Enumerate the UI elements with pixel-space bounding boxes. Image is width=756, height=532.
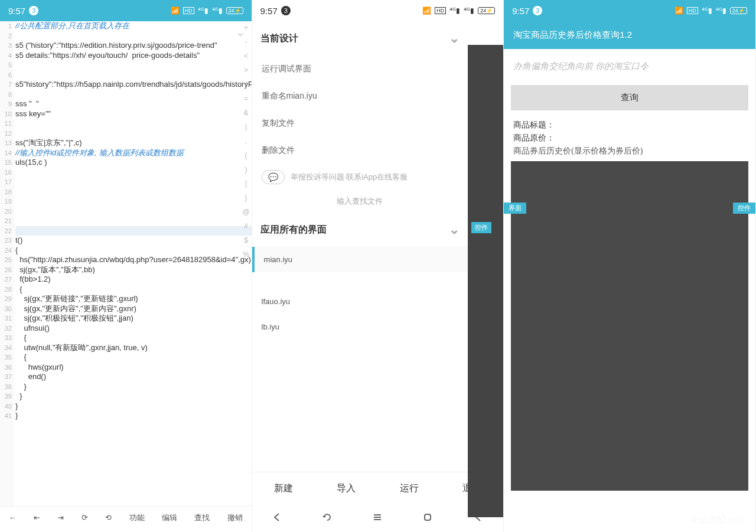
status-bar: 9:573 📶 HD ⁴ᴳ▮ ⁴ᴳ▮ 24⚡ — [0, 0, 252, 21]
sym-=[interactable]: = — [244, 94, 248, 103]
product-price-label: 商品原价： — [511, 132, 748, 145]
chevron-down-icon: ⌄ — [449, 31, 460, 46]
notif-badge: 3 — [533, 6, 542, 15]
back-icon[interactable] — [271, 511, 283, 526]
svg-rect-0 — [425, 514, 431, 520]
code-editor-phone: 9:573 📶 HD ⁴ᴳ▮ ⁴ᴳ▮ 24⚡ ⌄ 123456789101112… — [0, 0, 252, 532]
sym-#[interactable]: # — [244, 222, 248, 230]
query-button[interactable]: 查询 — [511, 85, 748, 110]
hd-icon: HD — [687, 7, 698, 14]
battery-icon: 24⚡ — [478, 7, 495, 14]
notif-badge: 3 — [29, 6, 38, 15]
tool-撤销[interactable]: 撤销 — [227, 513, 243, 523]
sym-([interactable]: ( — [245, 151, 247, 159]
app-title: 淘宝商品历史券后价格查询1.2 — [504, 21, 755, 49]
status-icons: 📶 HD ⁴ᴳ▮ ⁴ᴳ▮ 24⚡ — [422, 6, 495, 15]
sym-,[interactable]: , — [245, 137, 247, 145]
code-editor[interactable]: 1234567891011121314151617181920212223242… — [0, 21, 252, 506]
file-item[interactable]: lfauo.iyu — [252, 289, 468, 314]
tool-⟳[interactable]: ⟳ — [82, 513, 88, 522]
status-icons: 📶 HD ⁴ᴳ▮ ⁴ᴳ▮ 24⚡ — [674, 6, 747, 15]
wifi-icon: 📶 — [674, 6, 683, 15]
refresh-icon[interactable] — [321, 511, 333, 526]
tool-查找[interactable]: 查找 — [194, 513, 210, 523]
sym-/[interactable]: / — [245, 80, 247, 89]
current-design-header[interactable]: 当前设计 ⌄ — [252, 21, 468, 56]
menu-item[interactable]: 复制文件 — [252, 110, 468, 137]
signal2-icon: ⁴ᴳ▮ — [212, 6, 223, 15]
sym-{[interactable]: { — [245, 179, 247, 188]
sym-)[interactable]: ) — [245, 165, 247, 174]
editor-toolbar: ←⇤⇥⟳⟲功能编辑查找撤销 — [0, 506, 252, 528]
side-tab-ui[interactable]: 界面 — [504, 203, 526, 214]
sym-}[interactable]: } — [245, 194, 247, 202]
tool-编辑[interactable]: 编辑 — [162, 513, 177, 523]
action-新建[interactable]: 新建 — [274, 482, 293, 495]
clock: 9:57 — [512, 6, 529, 16]
search-files[interactable]: 输入查找文件 — [252, 190, 468, 213]
wifi-icon: 📶 — [422, 6, 431, 15]
tool-功能[interactable]: 功能 — [129, 513, 145, 523]
status-icons: 📶 HD ⁴ᴳ▮ ⁴ᴳ▮ 24⚡ — [171, 6, 243, 15]
status-bar: 9:573 📶 HD ⁴ᴳ▮ ⁴ᴳ▮ 24⚡ — [504, 0, 755, 21]
side-tag-widget[interactable]: 控件 — [471, 222, 491, 233]
action-运行[interactable]: 运行 — [400, 482, 419, 495]
status-bar: 9:573 📶 HD ⁴ᴳ▮ ⁴ᴳ▮ 24⚡ — [252, 0, 504, 21]
app-preview-phone: 9:573 📶 HD ⁴ᴳ▮ ⁴ᴳ▮ 24⚡ 淘宝商品历史券后价格查询1.2 办… — [504, 0, 756, 532]
history-chart-area: 界面 控件 — [511, 161, 748, 491]
clock: 9:57 — [8, 6, 25, 16]
signal2-icon: ⁴ᴳ▮ — [716, 6, 726, 15]
sym-$[interactable]: $ — [244, 236, 248, 244]
signal-icon: ⁴ᴳ▮ — [198, 6, 208, 15]
file-item[interactable]: lb.iyu — [252, 314, 468, 340]
file-item[interactable]: mian.iyu — [252, 247, 468, 272]
menu-item[interactable]: 运行调试界面 — [252, 56, 468, 83]
signal2-icon: ⁴ᴳ▮ — [464, 6, 474, 15]
line-gutter: 1234567891011121314151617181920212223242… — [0, 21, 14, 506]
hd-icon: HD — [183, 7, 194, 14]
tool-←[interactable]: ← — [9, 513, 17, 522]
tool-⟲[interactable]: ⟲ — [105, 513, 112, 522]
hd-icon: HD — [435, 7, 446, 14]
notif-badge: 3 — [281, 6, 291, 15]
sym-+[interactable]: + — [244, 24, 248, 32]
watermark: asp300.net — [691, 514, 744, 526]
symbol-strip[interactable]: +-<>/=&|,(){}@#$% — [242, 24, 250, 259]
tool-⇤[interactable]: ⇤ — [34, 513, 40, 522]
token-input[interactable]: 办角偏角交纪角向前 你的淘宝口令 — [511, 56, 748, 77]
report-row[interactable]: 💬 举报投诉等问题·联系iApp在线客服 — [252, 164, 468, 190]
file-item[interactable] — [252, 272, 468, 289]
chat-icon: 💬 — [262, 170, 285, 184]
sym->[interactable]: > — [244, 66, 248, 74]
menu-item[interactable]: 删除文件 — [252, 137, 468, 164]
signal-icon: ⁴ᴳ▮ — [449, 6, 460, 15]
menu-icon[interactable] — [372, 511, 383, 526]
bottom-actions: 新建导入运行退出 — [252, 472, 504, 505]
battery-icon: 24⚡ — [226, 7, 243, 14]
sym-%[interactable]: % — [243, 250, 249, 259]
menu-item[interactable]: 重命名mian.iyu — [252, 83, 468, 110]
nav-bar — [252, 505, 504, 532]
all-ui-header[interactable]: 应用所有的界面 ⌄ — [252, 213, 468, 247]
side-tab-widget[interactable]: 控件 — [733, 203, 755, 214]
sym-|[interactable]: | — [245, 123, 247, 131]
clock: 9:57 — [260, 6, 278, 16]
battery-icon: 24⚡ — [730, 7, 747, 14]
product-title-label: 商品标题： — [511, 119, 748, 132]
signal-icon: ⁴ᴳ▮ — [702, 6, 712, 15]
wifi-icon: 📶 — [171, 6, 180, 15]
sym-@[interactable]: @ — [243, 208, 250, 216]
history-price-label: 商品券后历史价(显示价格为券后价) — [511, 145, 748, 158]
chevron-down-icon: ⌄ — [449, 222, 460, 237]
dark-side-panel: 控件 — [468, 45, 503, 517]
action-导入[interactable]: 导入 — [337, 482, 356, 495]
sym-<[interactable]: < — [244, 52, 248, 60]
home-icon[interactable] — [422, 511, 434, 526]
sym-&[interactable]: & — [244, 109, 249, 117]
code-content[interactable]: //公共配置部分,只在首页载入存在s5 ("history":"https://… — [14, 21, 252, 506]
menu-phone: 9:573 📶 HD ⁴ᴳ▮ ⁴ᴳ▮ 24⚡ 控件 当前设计 ⌄ 运行调试界面重… — [252, 0, 504, 532]
tool-⇥[interactable]: ⇥ — [57, 513, 64, 522]
sym--[interactable]: - — [245, 38, 247, 46]
